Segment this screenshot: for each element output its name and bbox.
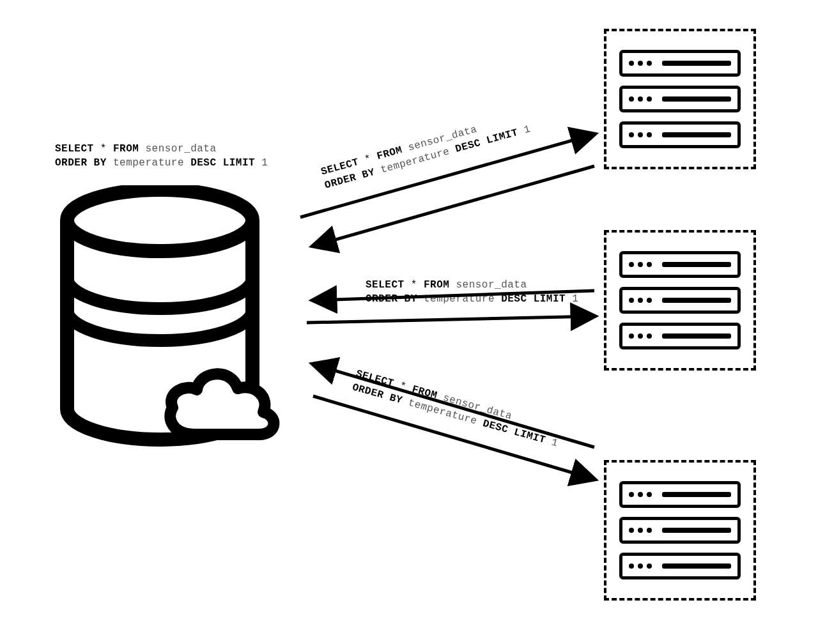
server-unit xyxy=(619,323,741,349)
sql-label-middle-arrow: SELECT * FROM sensor_data ORDER BY tempe… xyxy=(366,279,578,306)
server-unit xyxy=(619,481,741,508)
server-unit xyxy=(619,517,741,544)
server-unit xyxy=(619,287,741,314)
svg-point-0 xyxy=(67,190,252,251)
server-unit xyxy=(619,86,741,112)
server-rack-1 xyxy=(604,29,756,169)
server-unit xyxy=(619,251,741,278)
sql-label-database: SELECT * FROM sensor_data ORDER BY tempe… xyxy=(55,142,268,170)
sql-label-top-arrow: SELECT * FROM sensor_data ORDER BY tempe… xyxy=(320,109,532,193)
svg-line-4 xyxy=(307,316,594,323)
cloud-icon xyxy=(160,358,288,454)
server-unit xyxy=(619,50,741,77)
diagram-canvas: SELECT * FROM sensor_data ORDER BY tempe… xyxy=(0,0,818,644)
server-unit xyxy=(619,553,741,579)
sql-label-bottom-arrow: SELECT * FROM sensor_data ORDER BY tempe… xyxy=(350,367,563,451)
server-unit xyxy=(619,121,741,148)
server-rack-3 xyxy=(604,460,756,601)
server-rack-2 xyxy=(604,230,756,371)
